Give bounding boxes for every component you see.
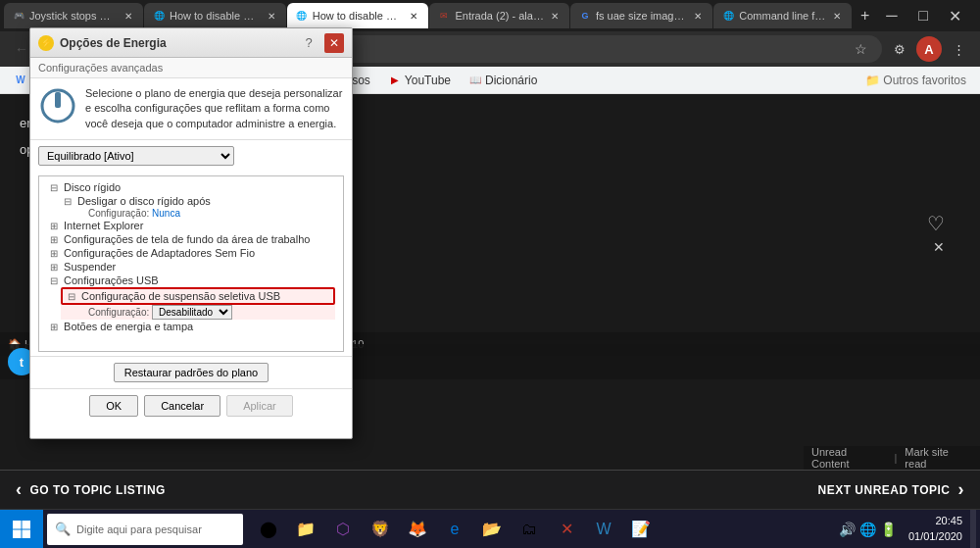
tree-label-wifi: Configurações de Adaptadores Sem Fio xyxy=(64,247,255,259)
power-icon xyxy=(38,86,77,125)
tree-child-usb-suspend: ⊟ Configuração de suspensão seletiva USB… xyxy=(47,287,335,320)
tree-label-bg: Configurações de tela de fundo da área d… xyxy=(64,233,310,245)
plan-select-row: Equilibrado [Ativo] xyxy=(30,140,352,172)
tree-label-ie: Internet Explorer xyxy=(64,220,143,231)
tree-item-ie[interactable]: ⊞ Internet Explorer xyxy=(47,219,335,232)
tree-item-usb[interactable]: ⊟ Configurações USB xyxy=(47,274,335,287)
expand-power-buttons-icon: ⊞ xyxy=(47,322,61,332)
usb-setting-dropdown[interactable]: Desabilitado Habilitado xyxy=(152,305,232,320)
svg-rect-5 xyxy=(55,92,61,108)
expand-bg-icon: ⊞ xyxy=(47,234,61,245)
setting-label-usb: Configuração: xyxy=(88,307,152,318)
dialog-title: Opções de Energia xyxy=(60,36,293,50)
tree-label-usb: Configurações USB xyxy=(64,274,159,286)
restore-defaults-button[interactable]: Restaurar padrões do plano xyxy=(114,363,269,382)
dialog-close-button[interactable]: ✕ xyxy=(324,33,344,53)
power-options-icon: ⚡ xyxy=(38,35,54,51)
tree-item-desligar[interactable]: ⊟ Desligar o disco rígido após xyxy=(61,194,335,208)
tree-item-wifi[interactable]: ⊞ Configurações de Adaptadores Sem Fio xyxy=(47,246,335,260)
expand-desligar-icon: ⊟ xyxy=(61,196,74,207)
tree-label-disco: Disco rígido xyxy=(64,181,121,193)
tree-item-disco[interactable]: ⊟ Disco rígido xyxy=(47,180,335,194)
dialog-overlay: ⚡ Opções de Energia ? ✕ Configurações av… xyxy=(0,0,980,548)
tree-label-usb-suspend: Configuração de suspensão seletiva USB xyxy=(81,290,280,302)
dialog-description: Selecione o plano de energia que deseja … xyxy=(85,86,344,131)
tree-setting-nunca: Configuração: Nunca xyxy=(61,208,335,219)
tree-item-suspend[interactable]: ⊞ Suspender xyxy=(47,260,335,274)
dialog-body: Selecione o plano de energia que deseja … xyxy=(30,78,352,140)
cancel-button[interactable]: Cancelar xyxy=(144,395,220,417)
plan-select[interactable]: Equilibrado [Ativo] xyxy=(38,146,234,166)
settings-tree[interactable]: ⊟ Disco rígido ⊟ Desligar o disco rígido… xyxy=(38,175,344,352)
dialog-footer: Restaurar padrões do plano xyxy=(30,356,352,388)
apply-button: Aplicar xyxy=(226,395,293,417)
tree-setting-usb: Configuração: Desabilitado Habilitado xyxy=(61,305,335,320)
setting-label-nunca: Configuração: xyxy=(88,208,152,219)
tree-item-bg[interactable]: ⊞ Configurações de tela de fundo da área… xyxy=(47,232,335,246)
expand-ie-icon: ⊞ xyxy=(47,221,61,231)
tree-child-desligar: ⊟ Desligar o disco rígido após Configura… xyxy=(47,194,335,219)
tree-label-power-buttons: Botões de energia e tampa xyxy=(64,321,193,332)
dialog-subtitle: Configurações avançadas xyxy=(30,58,352,78)
dialog-action-buttons: OK Cancelar Aplicar xyxy=(30,388,352,423)
ok-button[interactable]: OK xyxy=(89,395,138,417)
expand-suspend-icon: ⊞ xyxy=(47,262,61,273)
power-options-dialog: ⚡ Opções de Energia ? ✕ Configurações av… xyxy=(29,27,353,439)
dialog-help-button[interactable]: ? xyxy=(299,33,318,53)
setting-value-nunca: Nunca xyxy=(152,208,180,219)
tree-item-power-buttons[interactable]: ⊞ Botões de energia e tampa xyxy=(47,320,335,333)
dialog-titlebar: ⚡ Opções de Energia ? ✕ xyxy=(30,28,352,58)
tree-label-suspend: Suspender xyxy=(64,261,116,273)
tree-label-desligar: Desligar o disco rígido após xyxy=(77,195,211,207)
expand-disco-icon: ⊟ xyxy=(47,182,61,193)
expand-wifi-icon: ⊞ xyxy=(47,248,61,259)
expand-usb-icon: ⊟ xyxy=(47,275,61,286)
expand-usb-suspend-icon: ⊟ xyxy=(65,291,78,302)
tree-item-usb-suspend[interactable]: ⊟ Configuração de suspensão seletiva USB xyxy=(61,287,335,305)
